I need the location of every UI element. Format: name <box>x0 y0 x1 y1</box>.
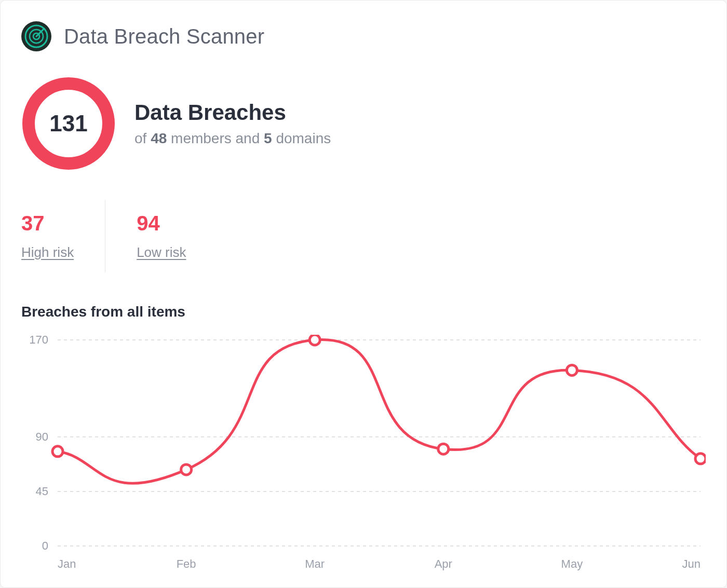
chart-ytick: 0 <box>42 539 48 552</box>
summary-domains-count: 5 <box>264 130 272 146</box>
chart-ytick: 90 <box>36 430 48 443</box>
chart-ytick: 170 <box>29 335 48 346</box>
chart-data-point <box>438 444 449 454</box>
risk-low-link[interactable]: Low risk <box>137 244 186 261</box>
risk-high-value: 37 <box>21 212 74 235</box>
card-title: Data Breach Scanner <box>64 25 264 48</box>
summary-subtitle: of 48 members and 5 domains <box>134 130 331 147</box>
summary-text: Data Breaches of 48 members and 5 domain… <box>134 100 331 147</box>
summary-members-count: 48 <box>151 130 167 146</box>
summary-subtitle-suffix: domains <box>272 130 331 146</box>
risk-low-value: 94 <box>137 212 186 235</box>
risk-high-link[interactable]: High risk <box>21 244 74 261</box>
chart-data-point <box>695 454 706 464</box>
chart-title: Breaches from all items <box>21 304 706 320</box>
chart-data-point <box>52 446 63 457</box>
summary-title: Data Breaches <box>134 100 331 125</box>
chart-data-point <box>567 365 577 375</box>
chart-xtick: May <box>561 557 583 570</box>
risk-high-col: 37 High risk <box>21 200 105 272</box>
chart-xtick: Mar <box>305 557 325 570</box>
summary-subtitle-mid: members and <box>167 130 264 146</box>
chart-series-line <box>58 339 701 483</box>
card-header: Data Breach Scanner <box>21 21 706 51</box>
chart-xtick: Jun <box>682 557 701 570</box>
chart-data-point <box>181 464 192 475</box>
chart-ytick: 45 <box>36 485 48 498</box>
chart-xtick: Apr <box>435 557 452 570</box>
total-breaches-value: 131 <box>21 76 116 171</box>
breaches-line-chart: 17090450JanFebMarAprMayJun <box>21 335 706 572</box>
chart-xtick: Jan <box>58 557 76 570</box>
chart-data-point <box>309 335 320 345</box>
risk-row: 37 High risk 94 Low risk <box>21 200 706 272</box>
summary-subtitle-prefix: of <box>134 130 151 146</box>
summary-block: 131 Data Breaches of 48 members and 5 do… <box>21 76 706 171</box>
radar-icon <box>21 21 51 51</box>
chart-xtick: Feb <box>177 557 196 570</box>
total-breaches-ring: 131 <box>21 76 116 171</box>
risk-low-col: 94 Low risk <box>105 200 217 272</box>
breach-scanner-card: Data Breach Scanner 131 Data Breaches of… <box>0 0 727 588</box>
